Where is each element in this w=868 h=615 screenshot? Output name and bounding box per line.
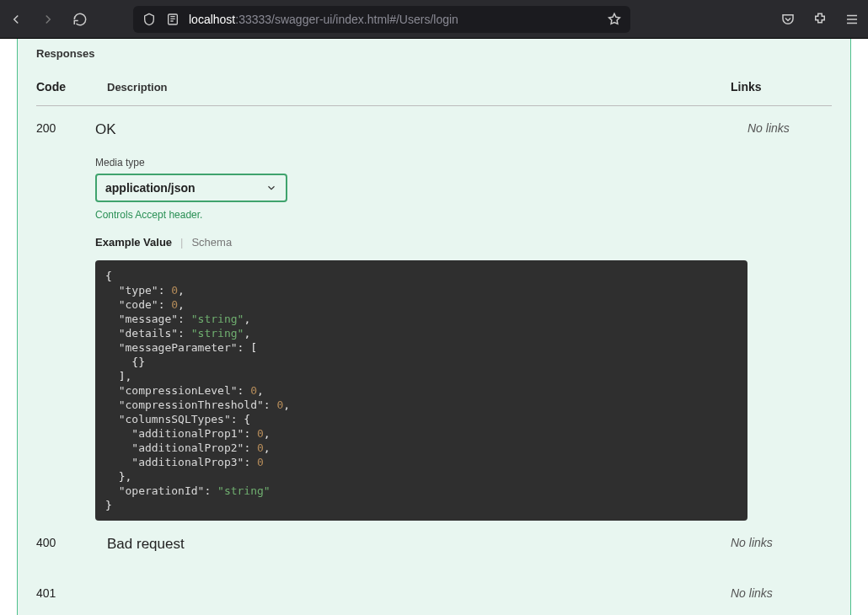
response-links: No links	[731, 586, 832, 600]
tab-schema[interactable]: Schema	[191, 236, 232, 249]
shield-icon[interactable]	[142, 12, 157, 27]
response-desc-body	[107, 586, 731, 605]
menu-icon[interactable]	[844, 12, 860, 27]
url-path: :33333/swagger-ui/index.html#/Users/logi…	[235, 13, 458, 26]
bookmark-star-icon[interactable]	[607, 12, 622, 27]
tab-example-value[interactable]: Example Value	[95, 236, 172, 249]
response-desc-body: OK Media type application/json Controls …	[95, 121, 747, 521]
tab-separator: |	[180, 236, 183, 249]
example-json-block[interactable]: { "type": 0, "code": 0, "message": "stri…	[95, 260, 747, 521]
response-links: No links	[747, 121, 832, 135]
example-schema-tabs: Example Value | Schema	[95, 236, 747, 249]
operation-block: Responses Code Description Links 200 OK …	[17, 39, 851, 615]
nav-buttons	[8, 12, 88, 27]
reload-icon[interactable]	[72, 12, 88, 27]
col-desc-header: Description	[107, 81, 731, 94]
back-icon[interactable]	[8, 12, 24, 27]
accept-header-note: Controls Accept header.	[95, 209, 747, 221]
toolbar-right	[780, 12, 860, 27]
url-text: localhost:33333/swagger-ui/index.html#/U…	[189, 13, 598, 26]
page-body: Responses Code Description Links 200 OK …	[0, 39, 868, 615]
response-desc-body: Bad request	[107, 536, 731, 571]
response-code: 400	[36, 536, 107, 549]
extensions-icon[interactable]	[812, 12, 828, 27]
forward-icon	[40, 12, 56, 27]
url-host: localhost	[189, 13, 235, 26]
response-code: 200	[36, 121, 95, 135]
media-type-label: Media type	[95, 157, 747, 168]
response-code: 401	[36, 586, 107, 600]
pocket-icon[interactable]	[780, 12, 796, 27]
response-links: No links	[731, 536, 832, 549]
browser-toolbar: localhost:33333/swagger-ui/index.html#/U…	[0, 0, 868, 39]
url-bar[interactable]: localhost:33333/swagger-ui/index.html#/U…	[133, 6, 630, 33]
col-links-header: Links	[731, 80, 832, 94]
chevron-down-icon	[265, 182, 277, 194]
responses-heading: Responses	[36, 47, 832, 60]
response-row-401: 401 No links	[36, 571, 832, 605]
response-desc-text: Bad request	[107, 536, 731, 553]
media-type-selected: application/json	[105, 181, 196, 195]
page-info-icon[interactable]	[165, 12, 180, 27]
col-code-header: Code	[36, 80, 107, 94]
response-row-400: 400 Bad request No links	[36, 521, 832, 571]
responses-header-row: Code Description Links	[36, 75, 832, 106]
response-row-200: 200 OK Media type application/json Contr…	[36, 106, 832, 521]
media-type-select[interactable]: application/json	[95, 174, 287, 202]
response-desc-text: OK	[95, 121, 747, 138]
